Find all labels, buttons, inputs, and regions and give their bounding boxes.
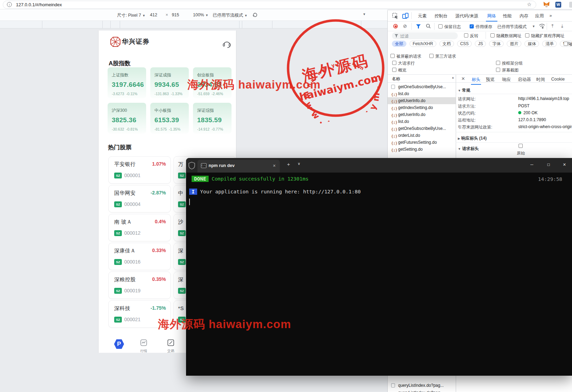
maximize-icon[interactable]: ☐ [547,161,550,167]
export-har-icon[interactable]: ⤓ [561,23,563,29]
filter-icon[interactable] [416,24,421,28]
tab-close-icon[interactable]: ✕ [273,163,276,168]
request-row[interactable]: {;}list.do [388,90,456,97]
raw-headers-checkbox[interactable] [519,144,523,148]
zoom-select[interactable]: 100% ▼ [193,12,208,17]
hide-data-urls-checkbox[interactable] [490,33,495,37]
request-row-selected[interactable]: {;}getUserInfo.do [388,97,456,104]
request-table-header[interactable]: 名称 ▲ [388,74,456,83]
request-headers-section[interactable]: ▼ 请求标头 [458,146,479,152]
clear-network-log-icon[interactable]: ⊘ [403,23,407,29]
detail-tab-headers[interactable]: 标头 [472,77,480,83]
request-row[interactable]: {;}getIndexSetting.do [388,104,456,111]
scroll-up-icon[interactable]: ▲ [452,76,454,79]
request-row[interactable]: {;}list.do [388,118,456,125]
capture-screenshots-checkbox[interactable] [496,68,500,72]
nav-trade-tab[interactable]: 交易 [167,339,174,353]
group-by-frame-checkbox[interactable] [496,61,500,65]
chip-js[interactable]: JS [475,41,486,47]
bookmark-star-icon[interactable]: ☆ [527,1,531,8]
url-text[interactable]: 127.0.0.1/#/homeindex [16,2,62,7]
detail-tab-initiator[interactable]: 启动器 [518,77,531,83]
terminal-window[interactable]: C:\ npm run dev ✕ ＋ ∨ — ☐ ✕ DONE Compile… [186,158,572,376]
toggle-device-toolbar-icon[interactable] [402,13,409,19]
throttle-select[interactable]: 已停用节流模式 ▼ [213,12,247,18]
request-row[interactable]: getOneSubscribeByUse... [388,83,456,90]
hide-extension-urls-checkbox[interactable] [525,33,529,37]
request-row[interactable]: queryListIndex.do?pag... [388,382,456,389]
filter-input[interactable]: 过滤 [392,32,458,39]
show-overview-checkbox[interactable] [392,68,396,72]
request-row[interactable]: {;}getUserInfo.do [388,111,456,118]
request-row[interactable]: {;}getFuturesSetting.do [388,139,456,146]
import-har-icon[interactable]: ⤒ [552,23,554,29]
stock-card[interactable]: 国华网安 -2.87% SZ 000004 [108,185,171,212]
blocked-cookies-checkbox[interactable] [564,42,568,46]
detail-tab-preview[interactable]: 预览 [486,77,495,83]
index-card[interactable]: 深证综指 1835.59 -14.912 -0.77% [193,103,232,134]
tab-console[interactable]: 控制台 [435,13,448,19]
word-extension-icon[interactable]: W [555,2,561,8]
chip-fetch-xhr[interactable]: Fetch/XHR [410,41,436,47]
request-row[interactable]: {;}getOneSubscribeByUse... [388,125,456,132]
stock-card[interactable]: 深粮控股 0.35% SZ 000019 [108,272,171,299]
stock-card[interactable]: 南 玻Ａ 0.4% SZ 000012 [108,214,171,241]
customer-service-icon[interactable] [222,39,231,49]
chip-css[interactable]: CSS [457,41,472,47]
close-detail-icon[interactable]: ✕ [461,76,465,81]
chip-manifest[interactable]: 清单 [542,41,557,47]
tab-elements[interactable]: 元素 [418,13,427,19]
search-icon[interactable] [426,24,431,28]
tab-application[interactable]: 应用 [535,13,544,19]
chip-img[interactable]: 图片 [507,41,521,47]
detail-tab-cookie[interactable]: Cookie [551,77,565,82]
new-tab-icon[interactable]: ＋ [286,161,291,168]
tab-memory[interactable]: 内存 [520,13,528,19]
big-request-rows-checkbox[interactable] [392,61,396,65]
index-card[interactable]: 沪深300 3825.36 -30.632 -0.81% [108,103,146,134]
invert-filter-checkbox[interactable] [464,33,468,37]
chip-all[interactable]: 全部 [392,41,406,47]
record-network-log-icon[interactable] [393,24,398,28]
request-row[interactable]: {;}orderList.do [388,132,456,139]
response-headers-section[interactable]: ▶ 响应标头 (14) [458,135,487,141]
stock-card[interactable]: 平安银行 1.07% SZ 000001 [108,156,171,184]
preserve-log-checkbox[interactable] [438,24,443,28]
throttling-caret-icon[interactable]: ▼ [532,25,535,28]
inspect-element-icon[interactable] [392,13,398,19]
minimize-icon[interactable]: — [530,161,533,167]
site-info-icon[interactable]: i [7,2,12,7]
device-select[interactable]: 尺寸: Pixel 7 ▼ [117,12,145,18]
disable-cache-checkbox[interactable] [470,24,474,28]
index-card[interactable]: 中小板指 6153.39 -81.575 -1.35% [150,103,189,134]
third-party-checkbox[interactable] [429,54,434,58]
detail-tab-timing[interactable]: 时间 [536,77,545,83]
tab-performance[interactable]: 性能 [503,13,512,19]
close-window-icon[interactable]: ✕ [563,161,566,167]
tab-dropdown-icon[interactable]: ∨ [298,161,300,166]
request-row[interactable]: {;}getSetting.do [388,146,456,153]
more-tabs-icon[interactable]: » [549,13,552,18]
stock-card[interactable]: 深康佳Ａ 0.33% SZ 000016 [108,243,171,270]
network-conditions-icon[interactable] [539,24,545,29]
metamask-extension-icon[interactable] [543,1,550,8]
rotate-device-icon[interactable] [252,12,258,18]
general-section-header[interactable]: ▼ 常规 [458,87,470,93]
index-card[interactable]: 深证成指 9934.65 -131.863 -1.33% [150,67,189,98]
chip-media[interactable]: 媒体 [524,41,539,47]
chip-font[interactable]: 字体 [489,41,504,47]
device-height-field[interactable]: 915 [172,12,179,17]
index-card[interactable]: 上证指数 3197.6646 -3.6273 -0.11% [108,67,146,98]
address-bar[interactable] [3,1,536,9]
blocked-requests-checkbox[interactable] [390,54,395,58]
device-width-field[interactable]: 412 [150,12,157,17]
throttling-select[interactable]: 已停用节流模式 [497,24,527,30]
nav-home-tab[interactable]: P [114,339,124,349]
chip-doc[interactable]: 文档 [439,41,454,47]
tab-network[interactable]: 网络 [487,13,496,19]
terminal-titlebar[interactable]: C:\ npm run dev ✕ ＋ ∨ — ☐ ✕ [186,158,572,173]
terminal-tab[interactable]: C:\ npm run dev ✕ [197,160,280,173]
detail-tab-response[interactable]: 响应 [502,77,511,83]
extension-icon-partial[interactable] [569,2,572,8]
nav-market-tab[interactable]: 行情 [140,339,147,353]
